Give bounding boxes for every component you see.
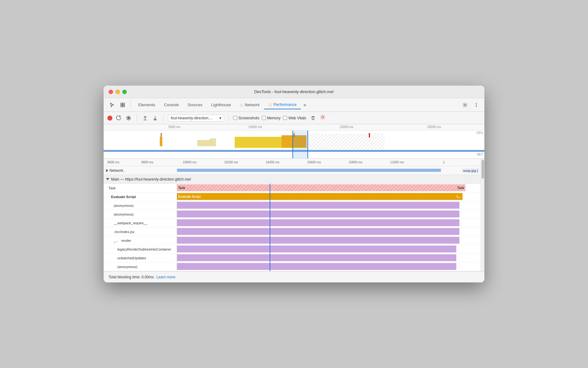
screenshots-label: Screenshots xyxy=(238,116,259,120)
separator xyxy=(163,114,164,122)
upload-button[interactable] xyxy=(141,114,149,122)
flame-label-webpack: __webpack_require__ xyxy=(104,219,177,227)
maximize-button[interactable] xyxy=(122,90,127,94)
detail-ruler: 9600 ms 9800 ms 10000 ms 10200 ms 10400 … xyxy=(104,159,481,166)
record-button[interactable] xyxy=(107,116,112,121)
cursor-icon[interactable] xyxy=(107,100,117,110)
svg-rect-24 xyxy=(177,169,441,172)
scrollbar-thumb[interactable] xyxy=(482,160,484,179)
evaluate-bar-label: Evaluate Script xyxy=(178,195,201,198)
svg-rect-2 xyxy=(121,105,122,107)
svg-point-7 xyxy=(476,106,477,107)
flame-bar-unbatched xyxy=(177,254,481,262)
download-button[interactable] xyxy=(151,114,159,122)
clear-button[interactable] xyxy=(309,114,317,122)
flame-row-legacy[interactable]: legacyRenderSubtreeIntoContainer xyxy=(104,245,481,254)
memory-checkbox-group[interactable]: Memory xyxy=(262,116,281,120)
flame-row-task[interactable]: Task Task Task xyxy=(104,184,481,192)
tab-performance[interactable]: ⚠ Performance xyxy=(264,100,301,109)
flame-label-anon2: (anonymous) xyxy=(104,210,177,218)
cpu-label: CPU xyxy=(477,131,483,135)
flame-bar-evaluate: Evaluate Script L... xyxy=(177,192,481,201)
expand-icon[interactable] xyxy=(106,178,109,180)
flame-bar-legacy xyxy=(177,245,481,253)
flame-row-anon2[interactable]: (anonymous) xyxy=(104,210,481,219)
tick-10400: 10400 ms xyxy=(266,161,279,164)
warning-icon: ⚠ xyxy=(240,102,243,107)
svg-rect-21 xyxy=(292,131,308,159)
flame-bar-index xyxy=(177,227,481,236)
titlebar: DevTools - foul-heavenly-direction.glitc… xyxy=(104,86,484,98)
svg-rect-1 xyxy=(123,103,125,105)
tick-10800: 10800 ms xyxy=(349,161,362,164)
flame-label-legacy: legacyRenderSubtreeIntoContainer xyxy=(104,245,177,253)
timeline-overview[interactable]: 5000 ms 10000 ms 15000 ms 20000 ms xyxy=(104,124,484,159)
tab-network[interactable]: ⚠ Network xyxy=(235,101,264,109)
flame-row-unbatched[interactable]: unbatchedUpdates xyxy=(104,254,481,262)
tab-lighthouse[interactable]: Lighthouse xyxy=(207,101,236,109)
task-bar-label-right: Task xyxy=(457,186,464,190)
minimize-button[interactable] xyxy=(115,90,120,94)
flame-bar-render xyxy=(177,236,481,245)
screenshots-checkbox-group[interactable]: Screenshots xyxy=(233,116,259,120)
memory-checkbox[interactable] xyxy=(262,116,266,120)
tick-10200: 10200 ms xyxy=(224,161,238,164)
url-value: foul-heavenly-direction.... xyxy=(171,116,213,120)
flame-row-evaluate[interactable]: Evaluate Script Evaluate Script L... xyxy=(104,192,481,201)
flame-label-anon3: (anonymous) xyxy=(104,262,177,271)
flame-bar-webpack xyxy=(177,219,481,227)
nav-tabs: Elements Console Sources Lighthouse ⚠ Ne… xyxy=(134,100,459,109)
flame-row-index[interactable]: ./src/index.jsx xyxy=(104,227,481,236)
tick-10000: 10000 ms xyxy=(248,125,262,129)
svg-point-5 xyxy=(476,103,477,104)
memory-label: Memory xyxy=(267,116,281,120)
reload-button[interactable] xyxy=(115,114,122,122)
chevron-icon: ▾ xyxy=(219,116,221,120)
vertical-scrollbar[interactable] xyxy=(481,159,484,271)
collapse-icon[interactable] xyxy=(106,169,108,172)
tab-elements[interactable]: Elements xyxy=(134,101,159,109)
flame-bar-task: Task Task xyxy=(177,184,481,192)
network-row: Network . soop.jpg ( xyxy=(104,166,481,175)
time-marker-line xyxy=(270,184,270,271)
flame-row-anon1[interactable]: (anonymous) xyxy=(104,201,481,210)
network-row-label: Network . xyxy=(110,168,125,173)
flame-label-unbatched: unbatchedUpdates xyxy=(104,254,177,262)
flame-row-render[interactable]: _... render xyxy=(104,236,481,245)
flame-row-anon3[interactable]: (anonymous) xyxy=(104,262,481,271)
flame-label-anon1: (anonymous) xyxy=(104,201,177,210)
web-vitals-checkbox-group[interactable]: Web Vitals xyxy=(283,116,306,120)
learn-more-link[interactable]: Learn more xyxy=(156,275,175,279)
svg-rect-20 xyxy=(369,133,370,137)
tab-bar: Elements Console Sources Lighthouse ⚠ Ne… xyxy=(104,98,484,112)
settings-icon[interactable] xyxy=(461,101,469,109)
flame-label-evaluate: Evaluate Script xyxy=(104,192,177,201)
flame-row-webpack[interactable]: __webpack_require__ xyxy=(104,219,481,227)
timeline-chart[interactable]: CPU NET xyxy=(104,131,484,159)
more-tabs-button[interactable]: » xyxy=(301,102,309,108)
inspect-icon[interactable] xyxy=(118,100,127,110)
tick-15000: 15000 ms xyxy=(340,125,353,129)
tick-9600: 9600 ms xyxy=(107,161,119,164)
svg-rect-23 xyxy=(307,131,308,159)
flame-bar-anon1 xyxy=(177,201,481,210)
stop-button[interactable] xyxy=(125,114,132,122)
capture-settings-icon[interactable] xyxy=(320,114,326,122)
devtools-window: DevTools - foul-heavenly-direction.glitc… xyxy=(104,86,484,282)
record-bar: foul-heavenly-direction.... ▾ Screenshot… xyxy=(104,112,484,124)
tab-sources[interactable]: Sources xyxy=(183,101,207,109)
screenshots-checkbox[interactable] xyxy=(233,116,237,120)
svg-rect-12 xyxy=(197,140,210,146)
flame-label-index: ./src/index.jsx xyxy=(104,227,177,236)
url-select[interactable]: foul-heavenly-direction.... ▾ xyxy=(168,115,224,122)
close-button[interactable] xyxy=(109,90,113,94)
web-vitals-checkbox[interactable] xyxy=(283,116,287,120)
tick-1: 1 xyxy=(443,161,445,164)
more-options-icon[interactable] xyxy=(472,101,481,109)
blocking-time-text: Total blocking time: 0.00ms xyxy=(109,275,154,279)
soop-jpg-label: soop.jpg ( xyxy=(462,168,479,173)
tab-console[interactable]: Console xyxy=(159,101,183,109)
tick-11000: 11000 ms xyxy=(390,161,404,164)
tick-9800: 9800 ms xyxy=(141,161,153,164)
window-title: DevTools - foul-heavenly-direction.glitc… xyxy=(254,89,334,94)
